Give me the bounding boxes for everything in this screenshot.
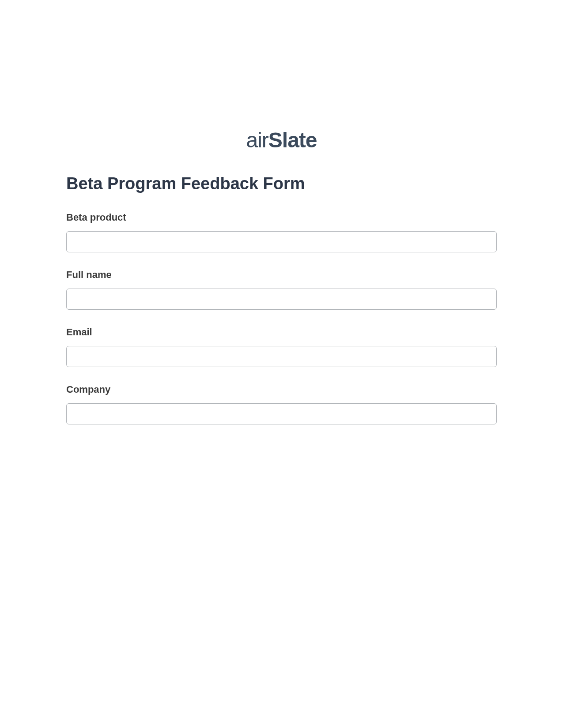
input-beta-product[interactable]	[66, 231, 497, 252]
field-company: Company	[66, 384, 497, 424]
input-company[interactable]	[66, 403, 497, 424]
page-title: Beta Program Feedback Form	[66, 174, 497, 193]
field-full-name: Full name	[66, 269, 497, 310]
label-beta-product: Beta product	[66, 212, 497, 223]
label-company: Company	[66, 384, 497, 395]
input-full-name[interactable]	[66, 289, 497, 310]
input-email[interactable]	[66, 346, 497, 367]
field-email: Email	[66, 326, 497, 367]
logo-part-slate: Slate	[268, 128, 317, 152]
label-email: Email	[66, 326, 497, 338]
logo-part-air: air	[246, 128, 268, 152]
logo: airSlate	[66, 128, 497, 152]
field-beta-product: Beta product	[66, 212, 497, 252]
label-full-name: Full name	[66, 269, 497, 281]
